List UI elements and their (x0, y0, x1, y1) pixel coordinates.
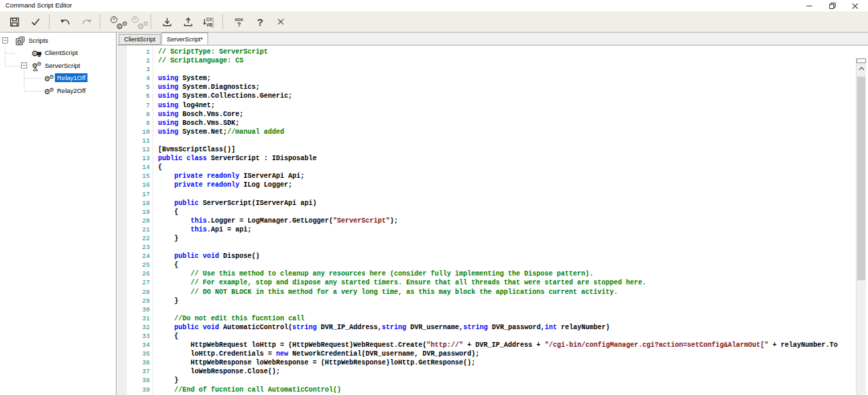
line-number: 39 (117, 385, 153, 394)
code-text: // For example, stop and dispose any sta… (153, 278, 856, 287)
code-line: 36 HttpWebResponse loWebResponse = (Http… (117, 358, 856, 367)
svg-text:C#: C# (206, 17, 212, 22)
code-text: { (153, 163, 856, 172)
code-text: using System.Diagnostics; (153, 83, 856, 92)
code-line: 26 // Use this method to cleanup any res… (117, 269, 856, 278)
code-text: { (153, 208, 856, 217)
tree-item-relay1off[interactable]: ⚙⚙Relay1Off (0, 72, 116, 84)
code-text (153, 65, 856, 74)
code-text: using Bosch.Vms.SDK; (153, 119, 856, 128)
line-number: 6 (117, 92, 153, 100)
code-line: 34 HttpWebRequest loHttp = (HttpWebReque… (117, 341, 856, 350)
code-line: 15 private readonly IServerApi Api; (117, 172, 856, 181)
tree-item-serverscript[interactable]: −⚙⚙ServerScript (0, 60, 116, 72)
code-line: 9using Bosch.Vms.SDK; (117, 119, 856, 128)
code-text: } (153, 234, 856, 243)
code-text: private readonly IServerApi Api; (153, 172, 856, 181)
code-text: [BvmsScriptClass()] (153, 145, 856, 154)
floppy-icon (9, 16, 20, 28)
script-tree: −⚙Scripts⚙ClientScript−⚙⚙ServerScript⚙⚙R… (0, 33, 116, 395)
code-line: 32 public void AutomaticControl(string D… (117, 323, 856, 332)
import-button[interactable] (157, 13, 176, 31)
code-line: 16 private readonly ILog Logger; (117, 181, 856, 189)
window-title: Command Script Editor (5, 1, 72, 9)
code-line: 14{ (117, 163, 856, 172)
code-text (153, 136, 856, 145)
line-number: 24 (117, 252, 153, 261)
line-number: 16 (117, 181, 153, 189)
code-line: 37 loWebResponse.Close(); (117, 367, 856, 376)
script-tree-panel: −⚙Scripts⚙ClientScript−⚙⚙ServerScript⚙⚙R… (0, 33, 117, 395)
toolbar-separator (100, 14, 100, 29)
line-number: 38 (117, 376, 153, 385)
tree-item-scripts[interactable]: −⚙Scripts (0, 35, 116, 47)
code-line: 6using System.Collections.Generic; (117, 92, 856, 100)
code-text: // Use this method to cleanup any resour… (153, 269, 856, 278)
close-window-button[interactable] (844, 0, 867, 12)
scrollbar-split-handle[interactable] (856, 58, 866, 63)
code-text: using log4net; (153, 101, 856, 110)
tree-item-label: Scripts (26, 36, 50, 45)
toolbar-separator (151, 14, 151, 29)
redo-button[interactable] (77, 13, 96, 31)
tab-clientscript[interactable]: ClientScript (119, 34, 161, 45)
code-text (153, 190, 856, 199)
code-line: 2// ScriptLanguage: CS (117, 56, 856, 65)
code-text: } (153, 376, 856, 385)
minimize-window-button[interactable] (797, 0, 821, 12)
code-text: public class ServerScript : IDisposable (153, 154, 856, 163)
code-line: 30 (117, 305, 856, 314)
close-editor-button[interactable] (271, 13, 290, 31)
line-number: 3 (117, 65, 153, 74)
tree-item-clientscript[interactable]: ⚙ClientScript (0, 47, 116, 59)
line-number: 15 (117, 172, 153, 181)
close-icon (850, 1, 860, 11)
add-script-button[interactable]: ⚙⚙+ (106, 13, 125, 31)
line-number: 1 (117, 48, 153, 56)
tab-serverscript[interactable]: ServerScript* (161, 33, 208, 45)
tree-expander-icon[interactable]: − (21, 62, 27, 69)
sdk-help-button[interactable]: SDK? (229, 13, 248, 31)
line-number: 10 (117, 128, 153, 136)
scrollbar-thumb[interactable] (857, 77, 865, 280)
line-number: 13 (117, 154, 153, 163)
code-line: 8using Bosch.Vms.Core; (117, 110, 856, 119)
code-editor[interactable]: 1// ScriptType: ServerScript2// ScriptLa… (117, 45, 868, 395)
line-number: 5 (117, 83, 153, 92)
convert-cs-vb-button[interactable]: C#]VB] (199, 13, 218, 31)
tree-item-relay2off[interactable]: ⚙⚙Relay2Off (0, 85, 116, 97)
code-line: 29 } (117, 297, 856, 305)
code-text: this.Logger = LogManager.GetLogger("Serv… (153, 217, 856, 225)
vertical-scrollbar[interactable] (856, 58, 866, 395)
code-text (153, 243, 856, 252)
code-line: 38 } (117, 376, 856, 385)
scripts-root-icon: ⚙ (15, 35, 26, 46)
line-number: 26 (117, 269, 153, 278)
code-line: 1// ScriptType: ServerScript (117, 48, 856, 56)
undo-button[interactable] (56, 13, 75, 31)
code-text: } (153, 297, 856, 305)
script-icon: ⚙⚙ (43, 73, 54, 83)
tree-item-label: ServerScript (43, 61, 82, 70)
line-number: 29 (117, 297, 153, 305)
code-text: // DO NOT BLOCK in this method for a ver… (153, 288, 856, 297)
save-button[interactable] (5, 13, 24, 31)
toolbar-separator (222, 14, 223, 29)
code-line: 31 //Do not edit this fucntion call (117, 314, 856, 323)
help-button[interactable]: ? (250, 13, 269, 31)
validate-button[interactable] (26, 13, 45, 31)
line-number: 12 (117, 145, 153, 154)
import-icon (161, 16, 173, 28)
export-button[interactable] (178, 13, 197, 31)
restore-window-button[interactable] (821, 0, 844, 12)
delete-script-button[interactable]: ⚙⚙× (127, 13, 146, 31)
tree-expander-icon[interactable]: − (2, 37, 8, 43)
export-icon (182, 16, 194, 28)
editor-area: ClientScriptServerScript* 1// ScriptType… (117, 33, 868, 395)
line-number: 20 (117, 217, 153, 225)
line-number: 27 (117, 278, 153, 287)
scroll-up-button[interactable] (856, 64, 866, 73)
line-number: 11 (117, 136, 153, 145)
line-number: 14 (117, 163, 153, 172)
sdk-help-icon: SDK? (233, 16, 245, 28)
